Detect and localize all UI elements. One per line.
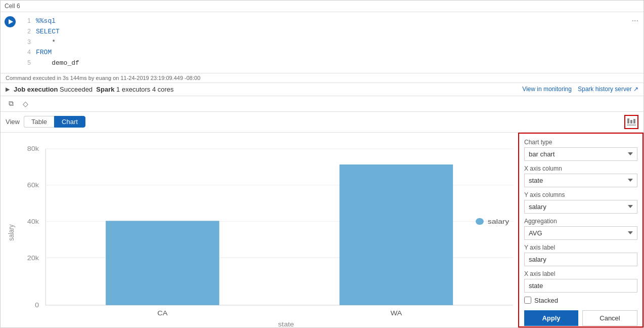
- code-line-4: 4 FROM: [21, 48, 643, 58]
- code-line-5: 5 demo_df: [21, 58, 643, 69]
- svg-rect-2: [633, 119, 635, 124]
- svg-text:WA: WA: [390, 310, 402, 317]
- svg-point-19: [476, 218, 484, 225]
- y-axis-columns-select[interactable]: salary state: [524, 200, 637, 214]
- svg-text:20k: 20k: [27, 255, 39, 262]
- svg-text:0: 0: [35, 302, 39, 309]
- settings-panel: Chart type bar chart line chart pie char…: [518, 133, 643, 327]
- spark-label: Spark: [96, 86, 114, 93]
- copy-icon: ⧉: [9, 99, 14, 108]
- chart-settings-icon: [627, 118, 636, 126]
- x-axis-label-input[interactable]: [524, 279, 637, 293]
- stacked-label: Stacked: [534, 297, 558, 304]
- bar-CA: [106, 221, 219, 305]
- y-axis-label-input[interactable]: [524, 253, 637, 266]
- stacked-checkbox[interactable]: [524, 297, 531, 304]
- clear-icon: ◇: [23, 100, 28, 108]
- x-axis-column-field: X axis column state salary: [524, 165, 637, 187]
- chart-settings-button[interactable]: [624, 115, 638, 129]
- line-number: 3: [21, 37, 36, 47]
- x-axis-label-label: X axis label: [524, 270, 637, 277]
- view-tabs-row: View Table Chart: [1, 112, 643, 133]
- tab-table[interactable]: Table: [24, 116, 54, 128]
- code-content: *: [36, 37, 56, 48]
- code-line-3: 3 *: [21, 37, 643, 48]
- copy-button[interactable]: ⧉: [6, 98, 17, 109]
- run-button[interactable]: [5, 16, 16, 27]
- toolbar-row: ⧉ ◇: [1, 96, 643, 112]
- code-content: demo_df: [36, 58, 79, 69]
- apply-button[interactable]: Apply: [524, 310, 578, 326]
- code-content: %%sql: [36, 16, 56, 27]
- y-axis-label-label: Y axis label: [524, 244, 637, 251]
- line-number: 2: [21, 27, 36, 36]
- svg-text:state: state: [278, 321, 294, 327]
- bar-WA: [340, 165, 453, 305]
- external-link-icon: ↗: [633, 86, 638, 93]
- svg-text:salary: salary: [7, 224, 15, 241]
- svg-rect-0: [627, 118, 629, 124]
- svg-rect-1: [630, 120, 632, 124]
- code-content: SELECT: [36, 27, 60, 37]
- svg-text:60k: 60k: [27, 182, 39, 189]
- aggregation-field: Aggregation AVG SUM COUNT MIN MAX: [524, 218, 637, 240]
- chart-type-label: Chart type: [524, 139, 637, 146]
- code-content: FROM: [36, 48, 52, 58]
- cell-options-button[interactable]: ···: [632, 16, 638, 25]
- execution-bar: ▶ Job execution Succeeded Spark 1 execut…: [1, 83, 643, 96]
- spark-info: 1 executors 4 cores: [116, 86, 173, 93]
- run-button-area[interactable]: [1, 12, 21, 73]
- svg-text:80k: 80k: [27, 146, 39, 153]
- chart-type-field: Chart type bar chart line chart pie char…: [524, 139, 637, 161]
- x-axis-column-label: X axis column: [524, 165, 637, 172]
- code-line-1: 1 %%sql: [21, 16, 643, 27]
- play-icon: [9, 19, 13, 24]
- x-axis-column-select[interactable]: state salary: [524, 174, 637, 187]
- x-axis-label-field: X axis label: [524, 270, 637, 293]
- chart-type-select[interactable]: bar chart line chart pie chart scatter c…: [524, 147, 637, 161]
- y-axis-label-field: Y axis label: [524, 244, 637, 266]
- line-number: 5: [21, 58, 36, 68]
- cell-title: Cell 6: [5, 3, 20, 10]
- notebook-cell: Cell 6 1 %%sql 2 SELECT 3 * 4 FROM: [0, 0, 644, 328]
- job-execution-label: Job execution: [14, 86, 58, 93]
- exec-left: ▶ Job execution Succeeded Spark 1 execut…: [6, 86, 174, 93]
- status-bar: Command executed in 3s 144ms by euang on…: [1, 73, 643, 83]
- line-number: 1: [21, 16, 36, 26]
- view-area: View Table Chart: [1, 112, 643, 327]
- clear-button[interactable]: ◇: [20, 98, 31, 109]
- chart-panel-area: 80k 60k 40k 20k 0 salary CA WA: [1, 133, 643, 327]
- code-editor[interactable]: 1 %%sql 2 SELECT 3 * 4 FROM 5 demo_df: [21, 12, 643, 73]
- line-number: 4: [21, 48, 36, 57]
- exec-play-icon[interactable]: ▶: [6, 86, 10, 93]
- view-monitoring-link[interactable]: View in monitoring: [522, 86, 572, 93]
- code-cell: 1 %%sql 2 SELECT 3 * 4 FROM 5 demo_df ··…: [1, 12, 643, 73]
- exec-right: View in monitoring Spark history server …: [522, 86, 638, 93]
- bar-chart-svg: 80k 60k 40k 20k 0 salary CA WA: [6, 138, 513, 327]
- code-line-2: 2 SELECT: [21, 27, 643, 37]
- exec-status-text: Job execution Succeeded Spark 1 executor…: [14, 86, 174, 93]
- stacked-field: Stacked: [524, 297, 637, 304]
- status-text: Command executed in 3s 144ms by euang on…: [6, 75, 200, 81]
- title-bar: Cell 6: [1, 1, 643, 12]
- view-label: View: [6, 118, 20, 126]
- exec-succeeded: Succeeded: [60, 86, 93, 93]
- svg-text:CA: CA: [157, 310, 167, 317]
- spark-history-link[interactable]: Spark history server ↗: [578, 86, 638, 93]
- y-axis-columns-label: Y axis columns: [524, 191, 637, 198]
- cancel-button[interactable]: Cancel: [582, 310, 637, 326]
- aggregation-label: Aggregation: [524, 218, 637, 225]
- tab-chart[interactable]: Chart: [54, 116, 85, 128]
- chart-area: 80k 60k 40k 20k 0 salary CA WA: [1, 133, 518, 327]
- y-axis-columns-field: Y axis columns salary state: [524, 191, 637, 214]
- settings-buttons: Apply Cancel: [524, 310, 637, 326]
- svg-text:salary: salary: [488, 218, 510, 225]
- aggregation-select[interactable]: AVG SUM COUNT MIN MAX: [524, 226, 637, 240]
- svg-text:40k: 40k: [27, 218, 39, 225]
